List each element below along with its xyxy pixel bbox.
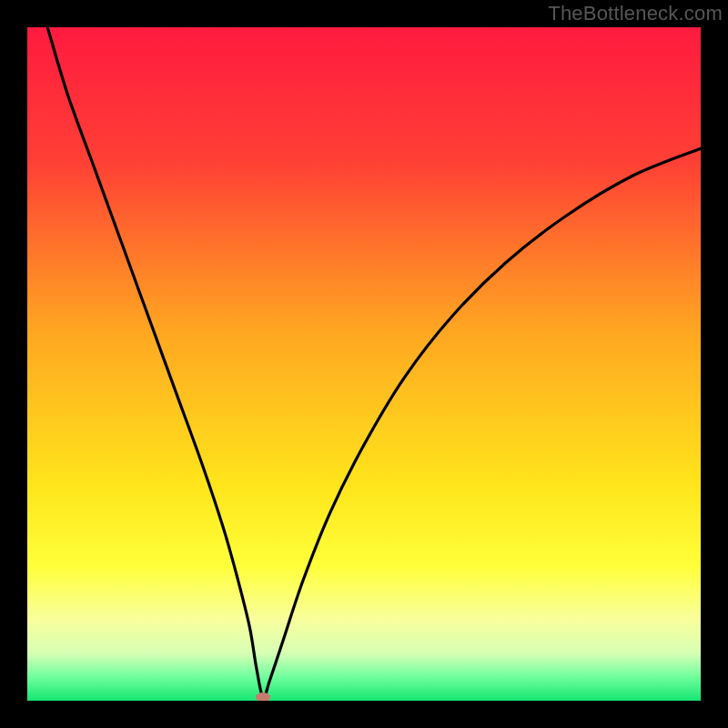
optimal-point-marker xyxy=(256,693,270,701)
curve-svg xyxy=(27,27,701,701)
bottleneck-curve xyxy=(47,27,701,698)
plot-area xyxy=(27,27,701,701)
chart-frame: TheBottleneck.com xyxy=(0,0,728,728)
watermark-text: TheBottleneck.com xyxy=(548,2,723,25)
